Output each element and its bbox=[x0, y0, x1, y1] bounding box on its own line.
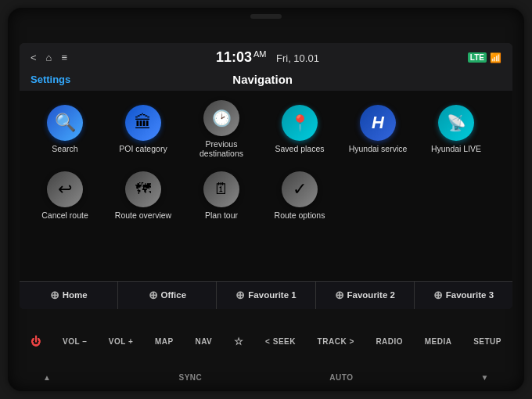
prev-dest-icon: 🕑 bbox=[212, 109, 232, 128]
hyundai-live-icon-circle: 📡 bbox=[438, 105, 474, 141]
menu-item-poi-category[interactable]: 🏛 POI category bbox=[104, 100, 182, 159]
star-button[interactable]: ☆ bbox=[232, 334, 246, 349]
search-icon: 🔍 bbox=[55, 113, 76, 133]
cancel-route-icon: ↩ bbox=[58, 179, 72, 200]
hardware-buttons-row: ⏻ VOL – VOL + MAP NAV ☆ < SEEK TRACK > R… bbox=[20, 329, 512, 350]
prev-dest-label: Previous destinations bbox=[187, 139, 256, 159]
menu-icon[interactable]: ≡ bbox=[61, 52, 67, 63]
map-button[interactable]: MAP bbox=[153, 336, 176, 347]
menu-item-search[interactable]: 🔍 Search bbox=[26, 100, 104, 159]
menu-item-previous-destinations[interactable]: 🕑 Previous destinations bbox=[182, 95, 261, 164]
fav-home-label: Home bbox=[63, 290, 88, 300]
power-button[interactable]: ⏻ bbox=[28, 334, 44, 349]
menu-item-hyundai-live[interactable]: 📡 Hyundai LIVE bbox=[417, 100, 495, 159]
settings-button[interactable]: Settings bbox=[31, 74, 70, 85]
menu-item-route-overview[interactable]: 🗺 Route overview bbox=[104, 167, 182, 225]
bottom-nav-row: ▲ SYNC AUTO ▼ bbox=[20, 372, 512, 383]
poi-label: POI category bbox=[119, 144, 167, 154]
fav-office[interactable]: ⊕ Office bbox=[118, 282, 217, 309]
menu-item-hyundai-service[interactable]: H Hyundai service bbox=[339, 100, 417, 159]
search-icon-circle: 🔍 bbox=[47, 105, 83, 141]
status-bar: < ⌂ ≡ 11:03AM Fri, 10.01 LTE 📶 bbox=[20, 43, 512, 71]
down-arrow-button[interactable]: ▼ bbox=[481, 373, 489, 382]
menu-item-plan-tour[interactable]: 🗓 Plan tour bbox=[182, 167, 261, 225]
fav-office-plus: ⊕ bbox=[149, 289, 158, 301]
saved-icon: 📍 bbox=[290, 113, 310, 132]
menu-item-route-options[interactable]: ✓ Route options bbox=[261, 167, 339, 225]
up-arrow-button[interactable]: ▲ bbox=[43, 373, 51, 382]
grid-row-1: 🔍 Search 🏛 POI category 🕑 Previous desti… bbox=[26, 95, 506, 164]
fav-favourite2-label: Favourite 2 bbox=[347, 290, 395, 300]
route-overview-icon-circle: 🗺 bbox=[125, 171, 161, 207]
poi-icon-circle: 🏛 bbox=[125, 105, 161, 141]
nav-menu-grid: 🔍 Search 🏛 POI category 🕑 Previous desti… bbox=[20, 91, 512, 281]
signal-indicator: LTE bbox=[468, 52, 487, 63]
radio-button[interactable]: RADIO bbox=[373, 336, 405, 347]
menu-item-cancel-route[interactable]: ↩ Cancel route bbox=[26, 167, 104, 225]
fav-home[interactable]: ⊕ Home bbox=[20, 282, 118, 309]
track-button[interactable]: TRACK > bbox=[315, 336, 357, 347]
home-icon[interactable]: ⌂ bbox=[46, 52, 52, 63]
seek-left-button[interactable]: < SEEK bbox=[263, 336, 298, 347]
top-notch bbox=[250, 14, 282, 19]
plan-tour-icon: 🗓 bbox=[214, 180, 229, 198]
fav-fav3-plus: ⊕ bbox=[433, 289, 443, 301]
ampm-label: AM bbox=[253, 49, 267, 59]
hyundai-svc-icon-circle: H bbox=[360, 105, 396, 141]
nav-button[interactable]: NAV bbox=[192, 336, 214, 347]
back-button[interactable]: < bbox=[31, 52, 37, 63]
menu-item-saved-places[interactable]: 📍 Saved places bbox=[261, 100, 339, 159]
wifi-icon: 📶 bbox=[490, 52, 501, 63]
vol-up-button[interactable]: VOL + bbox=[106, 336, 136, 347]
poi-icon: 🏛 bbox=[135, 113, 152, 133]
route-overview-icon: 🗺 bbox=[135, 180, 151, 198]
sync-button[interactable]: SYNC bbox=[178, 373, 202, 382]
fav-home-plus: ⊕ bbox=[50, 289, 59, 301]
fav-fav2-plus: ⊕ bbox=[335, 289, 344, 301]
cancel-route-label: Cancel route bbox=[41, 210, 88, 221]
prev-dest-icon-circle: 🕑 bbox=[203, 100, 239, 136]
favourites-bar: ⊕ Home ⊕ Office ⊕ Favourite 1 ⊕ Favourit… bbox=[20, 281, 512, 309]
nav-header: Settings Navigation bbox=[20, 71, 512, 91]
fav-favourite1-label: Favourite 1 bbox=[248, 290, 296, 300]
hyundai-logo-icon: H bbox=[372, 113, 384, 133]
cancel-route-icon-circle: ↩ bbox=[47, 171, 83, 207]
saved-label: Saved places bbox=[275, 144, 324, 154]
setup-button[interactable]: SETUP bbox=[471, 336, 504, 347]
route-overview-label: Route overview bbox=[115, 210, 171, 221]
fav-favourite3-label: Favourite 3 bbox=[446, 290, 494, 300]
fav-favourite2[interactable]: ⊕ Favourite 2 bbox=[316, 282, 415, 309]
time-display: 11:03 bbox=[216, 49, 252, 65]
status-left: < ⌂ ≡ bbox=[31, 52, 67, 63]
hyundai-live-icon: 📡 bbox=[447, 113, 466, 132]
status-right: LTE 📶 bbox=[468, 52, 501, 63]
auto-button[interactable]: AUTO bbox=[329, 373, 353, 382]
route-options-icon: ✓ bbox=[293, 179, 307, 200]
hyundai-live-label: Hyundai LIVE bbox=[431, 144, 481, 154]
date-display: Fri, 10.01 bbox=[276, 52, 319, 64]
fav-favourite1[interactable]: ⊕ Favourite 1 bbox=[217, 282, 315, 309]
plan-tour-icon-circle: 🗓 bbox=[203, 171, 239, 207]
fav-favourite3[interactable]: ⊕ Favourite 3 bbox=[415, 282, 512, 309]
saved-icon-circle: 📍 bbox=[282, 105, 318, 141]
search-label: Search bbox=[52, 144, 77, 154]
vol-down-button[interactable]: VOL – bbox=[60, 336, 89, 347]
main-bezel: < ⌂ ≡ 11:03AM Fri, 10.01 LTE 📶 Settings … bbox=[8, 8, 524, 391]
fav-office-label: Office bbox=[161, 290, 187, 300]
media-button[interactable]: MEDIA bbox=[422, 336, 455, 347]
route-options-label: Route options bbox=[275, 210, 325, 221]
status-center: 11:03AM Fri, 10.01 bbox=[216, 49, 319, 66]
grid-row-2: ↩ Cancel route 🗺 Route overview 🗓 Plan t… bbox=[26, 167, 506, 225]
main-screen: < ⌂ ≡ 11:03AM Fri, 10.01 LTE 📶 Settings … bbox=[20, 43, 512, 309]
fav-fav1-plus: ⊕ bbox=[235, 289, 245, 301]
plan-tour-label: Plan tour bbox=[205, 210, 238, 221]
navigation-title: Navigation bbox=[232, 73, 293, 86]
hyundai-svc-label: Hyundai service bbox=[349, 144, 408, 154]
route-options-icon-circle: ✓ bbox=[282, 171, 318, 207]
